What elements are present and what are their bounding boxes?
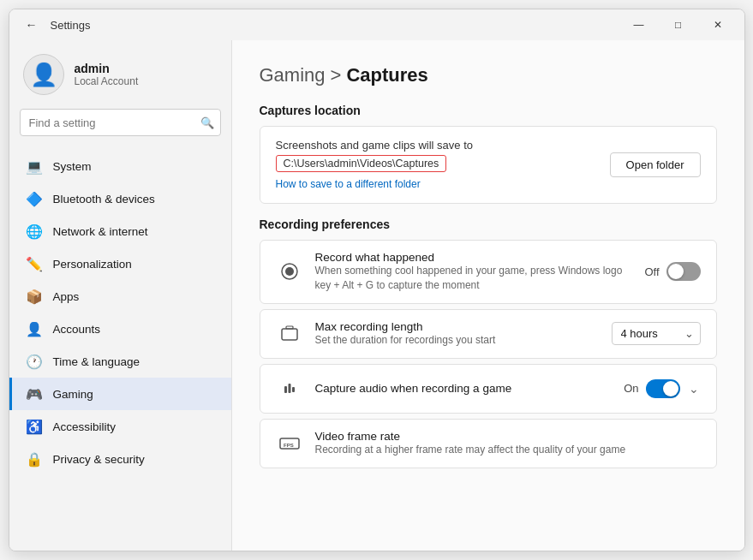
settings-window: ← Settings — □ ✕ 👤 admin Local Account [9,9,745,551]
sidebar-label-gaming: Gaming [53,388,93,401]
bluetooth-icon: 🔷 [26,190,43,207]
user-account-type: Local Account [75,75,139,87]
pref-title-record: Record what happened [315,251,633,264]
pref-control-record: Off [644,262,700,281]
sidebar-item-bluetooth[interactable]: 🔷 Bluetooth & devices [9,182,231,215]
search-icon: 🔍 [200,116,214,129]
pref-text-capture-audio: Capture audio when recording a game [315,382,613,395]
user-info: admin Local Account [75,62,139,87]
personalization-icon: ✏️ [26,255,43,272]
accessibility-icon: ♿ [26,418,43,435]
back-button[interactable]: ← [20,13,44,37]
network-icon: 🌐 [26,223,43,240]
sidebar-label-personalization: Personalization [53,258,132,271]
captures-change-link[interactable]: How to save to a different folder [276,178,421,190]
capture-audio-icon [276,375,303,402]
captures-path: C:\Users\admin\Videos\Captures [276,155,447,172]
main-content: 👤 admin Local Account 🔍 💻 System 🔷 [9,40,744,551]
captures-location-left: Screenshots and game clips will save to … [276,139,474,191]
toggle-capture-audio[interactable] [646,379,680,398]
record-icon [276,258,303,285]
pref-row-video-frame-rate: FPS Video frame rate Recording at a high… [260,419,717,468]
system-icon: 💻 [26,158,43,175]
pref-title-video-frame-rate: Video frame rate [315,430,701,443]
svg-text:FPS: FPS [284,443,294,448]
titlebar-left: ← Settings [20,13,91,37]
breadcrumb-parent: Gaming [260,64,326,86]
toggle-slider-record [666,262,701,281]
sidebar-item-accounts[interactable]: 👤 Accounts [9,313,231,345]
titlebar: ← Settings — □ ✕ [9,9,744,40]
accounts-icon: 👤 [26,320,43,337]
avatar: 👤 [23,54,64,95]
pref-label-record: Off [644,265,659,278]
apps-icon: 📦 [26,288,43,305]
gaming-icon: 🎮 [26,385,43,402]
search-box: 🔍 [20,109,221,136]
svg-rect-2 [282,329,297,340]
captures-save-label: Screenshots and game clips will save to [276,139,474,152]
pref-text-max-recording: Max recording length Set the duration fo… [315,320,600,348]
svg-rect-4 [284,386,287,393]
user-name: admin [75,62,139,75]
pref-text-video-frame-rate: Video frame rate Recording at a higher f… [315,430,701,457]
search-input[interactable] [20,109,221,136]
sidebar-item-gaming[interactable]: 🎮 Gaming [9,378,231,410]
svg-rect-6 [292,387,295,392]
avatar-icon: 👤 [30,62,57,88]
recording-prefs-title: Recording preferences [260,217,717,231]
svg-point-1 [285,267,294,276]
breadcrumb-current: Captures [346,64,427,86]
pref-row-record-what-happened: Record what happened When something cool… [260,240,717,304]
capture-audio-expand-button[interactable]: ⌄ [687,380,701,397]
pref-control-max-recording: 30 minutes 1 hour 2 hours 4 hours 6 hour… [612,322,701,345]
privacy-icon: 🔒 [26,450,43,468]
toggle-knob-audio [663,381,678,396]
svg-rect-5 [288,384,290,393]
sidebar-item-personalization[interactable]: ✏️ Personalization [9,247,231,280]
pref-text-record: Record what happened When something cool… [315,251,633,293]
sidebar-item-apps[interactable]: 📦 Apps [9,280,231,313]
sidebar-item-system[interactable]: 💻 System [9,150,231,182]
breadcrumb: Gaming > Captures [260,64,717,86]
toggle-slider-audio [646,379,680,398]
sidebar-item-network[interactable]: 🌐 Network & internet [9,215,231,247]
pref-desc-video-frame-rate: Recording at a higher frame rate may aff… [315,443,701,457]
pref-label-capture-audio: On [624,382,638,395]
pref-title-max-recording: Max recording length [315,320,600,333]
pref-row-capture-audio: Capture audio when recording a game On ⌄ [260,364,717,414]
sidebar-item-time[interactable]: 🕐 Time & language [9,345,231,378]
nav-list: 💻 System 🔷 Bluetooth & devices 🌐 Network… [9,146,231,479]
sidebar-label-accessibility: Accessibility [53,420,117,433]
minimize-button[interactable]: — [619,11,659,39]
sidebar-label-privacy: Privacy & security [53,453,145,466]
sidebar-label-accounts: Accounts [53,323,101,336]
sidebar-label-time: Time & language [53,355,140,368]
captures-location-title: Captures location [260,104,717,117]
captures-location-card: Screenshots and game clips will save to … [260,126,717,204]
user-profile: 👤 admin Local Account [9,40,231,105]
sidebar-label-network: Network & internet [53,225,148,238]
breadcrumb-separator: > [331,64,342,86]
close-button[interactable]: ✕ [698,11,738,39]
right-panel: Gaming > Captures Captures location Scre… [232,40,744,551]
window-title: Settings [51,19,91,32]
video-frame-rate-icon: FPS [276,430,303,457]
recording-length-dropdown-wrap: 30 minutes 1 hour 2 hours 4 hours 6 hour… [612,322,701,345]
pref-control-capture-audio: On ⌄ [624,379,700,398]
pref-row-max-recording: Max recording length Set the duration fo… [260,309,717,359]
sidebar-item-accessibility[interactable]: ♿ Accessibility [9,410,231,443]
sidebar: 👤 admin Local Account 🔍 💻 System 🔷 [9,40,232,551]
sidebar-label-bluetooth: Bluetooth & devices [53,193,155,206]
maximize-button[interactable]: □ [659,11,698,39]
pref-desc-record: When something cool happened in your gam… [315,264,633,293]
sidebar-label-system: System [53,160,92,173]
recording-length-dropdown[interactable]: 30 minutes 1 hour 2 hours 4 hours 6 hour… [612,322,701,345]
toggle-record[interactable] [666,262,701,281]
time-icon: 🕐 [26,353,43,370]
pref-title-capture-audio: Capture audio when recording a game [315,382,613,395]
sidebar-label-apps: Apps [53,290,80,303]
open-folder-button[interactable]: Open folder [610,152,701,177]
titlebar-controls: — □ ✕ [619,11,738,39]
sidebar-item-privacy[interactable]: 🔒 Privacy & security [9,443,231,475]
